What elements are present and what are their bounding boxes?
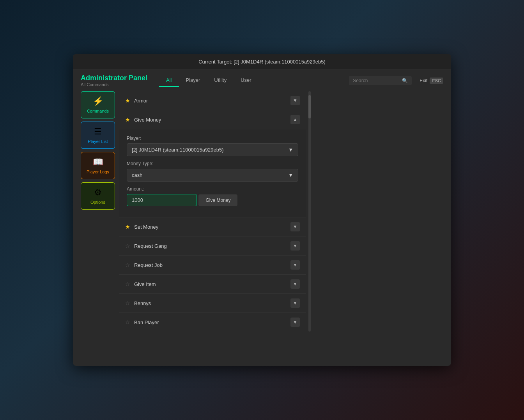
command-list: ★ Armor ▼ ★ Give Money ▲ Player: [2] J0M… [119,91,306,332]
player-dropdown[interactable]: [2] J0M1D4R (steam:11000015a929eb5) ▼ [127,143,298,156]
command-row-set-money: ★ Set Money ▼ [119,217,306,236]
scrollbar-thumb [308,95,311,118]
bennys-expand-btn[interactable]: ▼ [290,298,300,308]
current-target-text: Current Target: [2] J0M1D4R (steam:11000… [198,59,326,65]
bennys-name: Bennys [134,300,290,306]
main-area: ⚡ Commands ☰ Player List 📖 Player Logs ⚙… [73,87,451,339]
player-field-label: Player: [127,136,298,141]
request-job-name: Request Job [134,262,290,268]
command-row-request-gang: ☆ Request Gang ▼ [119,236,306,256]
panel-subtitle: All Commands [81,82,147,87]
give-item-expand-btn[interactable]: ▼ [290,279,300,289]
player-list-label: Player List [88,139,108,144]
command-row-request-job: ☆ Request Job ▼ [119,256,306,275]
sidebar-item-commands[interactable]: ⚡ Commands [81,91,115,118]
request-gang-name: Request Gang [134,243,290,249]
commands-icon: ⚡ [93,96,103,106]
player-dropdown-chevron: ▼ [288,147,293,153]
money-type-dropdown[interactable]: cash ▼ [127,169,298,182]
give-money-star-icon[interactable]: ★ [125,116,130,123]
money-type-chevron: ▼ [288,172,293,178]
exit-button[interactable]: Exit ESC [420,78,443,84]
player-list-icon: ☰ [94,127,102,137]
give-item-star-icon[interactable]: ☆ [125,281,130,287]
tabs-container: All Player Utility User [159,74,345,87]
panel-header: Current Target: [2] J0M1D4R (steam:11000… [73,54,451,69]
content-wrapper: ★ Armor ▼ ★ Give Money ▲ Player: [2] J0M… [119,91,311,332]
exit-label: Exit [420,78,427,83]
player-logs-label: Player Logs [87,169,109,174]
panel-title-heading: Administrator Panel [81,74,147,82]
tab-user[interactable]: User [234,74,258,87]
set-money-expand-btn[interactable]: ▼ [290,222,300,231]
sidebar: ⚡ Commands ☰ Player List 📖 Player Logs ⚙… [81,91,115,332]
request-gang-star-icon[interactable]: ☆ [125,243,130,249]
armor-star-icon[interactable]: ★ [125,97,130,104]
panel-title-block: Administrator Panel All Commands [81,74,147,87]
sidebar-item-options[interactable]: ⚙ Options [81,182,115,210]
search-icon: 🔍 [402,78,408,83]
command-row-bennys: ☆ Bennys ▼ [119,294,306,313]
give-money-expanded: Player: [2] J0M1D4R (steam:11000015a929e… [119,129,306,217]
give-money-expand-btn[interactable]: ▲ [290,115,300,124]
options-label: Options [90,200,105,205]
player-dropdown-value: [2] J0M1D4R (steam:11000015a929eb5) [132,147,224,153]
give-money-submit-btn[interactable]: Give Money [198,194,237,206]
command-row-armor: ★ Armor ▼ [119,91,306,110]
ban-player-expand-btn[interactable]: ▼ [290,318,300,327]
search-input[interactable] [353,78,400,83]
give-money-name: Give Money [134,117,290,123]
money-type-value: cash [132,172,142,178]
exit-key: ESC [430,78,443,84]
set-money-star-icon[interactable]: ★ [125,224,130,230]
sidebar-item-player-logs[interactable]: 📖 Player Logs [81,152,115,179]
options-icon: ⚙ [94,187,102,198]
tab-player[interactable]: Player [179,74,207,87]
admin-panel: Current Target: [2] J0M1D4R (steam:11000… [73,54,451,366]
command-row-give-money: ★ Give Money ▲ [119,110,306,129]
money-type-label: Money Type: [127,161,298,166]
request-gang-expand-btn[interactable]: ▼ [290,241,300,251]
tab-utility[interactable]: Utility [207,74,234,87]
tab-all[interactable]: All [159,74,179,87]
command-row-ban-player: ☆ Ban Player ▼ [119,313,306,332]
command-row-give-item: ☆ Give Item ▼ [119,275,306,294]
give-item-name: Give Item [134,281,290,287]
request-job-expand-btn[interactable]: ▼ [290,260,300,270]
search-box: 🔍 [349,76,412,85]
amount-input[interactable] [127,194,197,206]
bennys-star-icon[interactable]: ☆ [125,300,130,306]
armor-expand-btn[interactable]: ▼ [290,96,300,105]
amount-label: Amount: [127,186,298,192]
request-job-star-icon[interactable]: ☆ [125,262,130,268]
commands-label: Commands [87,109,109,113]
ban-player-star-icon[interactable]: ☆ [125,319,130,325]
armor-name: Armor [134,98,290,104]
player-logs-icon: 📖 [93,157,103,167]
sidebar-item-player-list[interactable]: ☰ Player List [81,122,115,149]
scrollbar-track[interactable] [308,91,311,332]
ban-player-name: Ban Player [134,319,290,325]
set-money-name: Set Money [134,224,290,230]
title-row: Administrator Panel All Commands All Pla… [73,69,451,87]
